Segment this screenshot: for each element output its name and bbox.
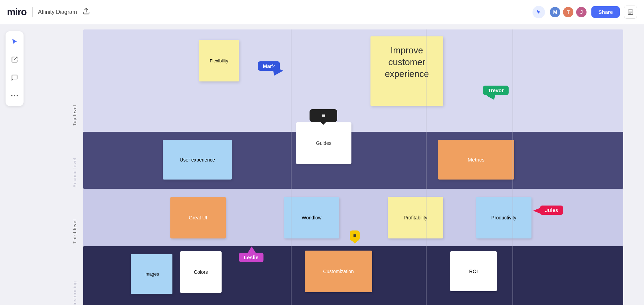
- col-divider-t2: [426, 189, 427, 246]
- cursor-leslie: Leslie: [239, 253, 263, 262]
- header-right: M T J Share: [533, 6, 637, 19]
- svg-point-7: [14, 95, 15, 96]
- diagram-title: Affinity Diagram: [38, 9, 77, 15]
- collaborator-avatars: M T J: [549, 6, 587, 18]
- card-metrics[interactable]: Metrics: [438, 140, 514, 180]
- sticky-flexibility[interactable]: Flexibility: [199, 40, 239, 81]
- card-customization[interactable]: Customization: [305, 251, 372, 292]
- left-toolbar: [6, 31, 24, 106]
- avatar-jules: J: [575, 6, 587, 18]
- notes-panel-button[interactable]: [624, 6, 637, 19]
- col-divider-s3: [512, 132, 513, 189]
- affinity-diagram: Top level Second level Third level Brain…: [69, 29, 623, 305]
- card-user-experience[interactable]: User experience: [163, 140, 232, 180]
- cursor-jules: Jules: [540, 206, 563, 215]
- col-divider-2: [426, 29, 427, 132]
- active-user-cursor: [533, 6, 545, 18]
- col-divider-t3: [512, 189, 513, 246]
- row-label-brainstorm: Brainstorming: [72, 269, 77, 305]
- svg-marker-11: [533, 208, 541, 214]
- sticky-images[interactable]: Images: [131, 254, 172, 294]
- guides-card[interactable]: Guides: [296, 122, 351, 164]
- col-divider-b2: [426, 246, 427, 305]
- svg-marker-10: [486, 92, 496, 100]
- notes-popup-yellow[interactable]: ≡: [350, 230, 360, 241]
- row-label-second: Second level: [72, 144, 77, 201]
- card-colors[interactable]: Colors: [180, 251, 222, 293]
- col-divider-b1: [291, 246, 292, 305]
- more-tools[interactable]: [8, 89, 21, 102]
- col-divider-t1: [291, 189, 292, 246]
- card-productivity[interactable]: Productivity: [476, 197, 531, 238]
- avatar-mark: M: [549, 6, 561, 18]
- col-divider-s2: [426, 132, 427, 189]
- svg-point-6: [11, 95, 12, 96]
- col-divider-1: [291, 29, 292, 132]
- row-top-level: [83, 29, 623, 132]
- card-great-ui[interactable]: Great UI: [170, 197, 226, 238]
- miro-logo: miro: [7, 7, 27, 18]
- svg-point-8: [17, 95, 18, 96]
- avatar-trevor: T: [562, 6, 574, 18]
- header-divider: [32, 7, 33, 17]
- col-divider-s1: [291, 132, 292, 189]
- card-profitability[interactable]: Profitability: [388, 197, 443, 238]
- sticky-note-tool[interactable]: [8, 53, 21, 66]
- col-divider-3: [512, 29, 513, 132]
- canvas[interactable]: Top level Second level Third level Brain…: [0, 24, 644, 305]
- svg-marker-12: [247, 246, 257, 254]
- share-button[interactable]: Share: [591, 6, 620, 18]
- comment-tool[interactable]: [8, 71, 21, 84]
- upload-icon[interactable]: [82, 7, 90, 17]
- row-label-third: Third level: [72, 203, 77, 260]
- cursor-tool[interactable]: [8, 35, 21, 48]
- card-workflow[interactable]: Workflow: [284, 197, 339, 238]
- header: miro Affinity Diagram M T J Share: [0, 0, 644, 24]
- card-roi[interactable]: ROI: [450, 251, 497, 291]
- guides-popup[interactable]: ≡: [310, 109, 337, 122]
- svg-line-5: [14, 57, 17, 60]
- col-divider-b3: [512, 246, 513, 305]
- sticky-improve-customer[interactable]: Improvecustomerexperience: [370, 36, 443, 106]
- cursor-mark: Mark: [258, 61, 280, 71]
- svg-marker-9: [272, 66, 283, 76]
- cursor-trevor: Trevor: [483, 86, 509, 95]
